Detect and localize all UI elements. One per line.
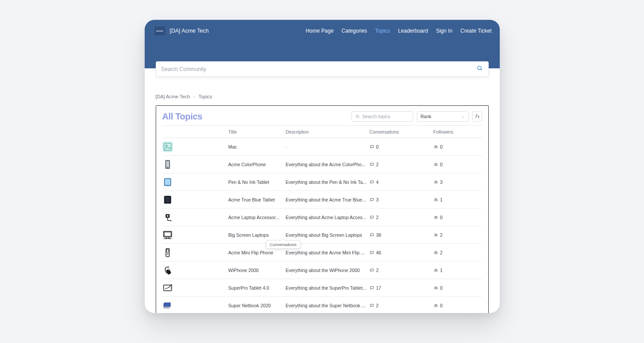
panel-tools: Rank ⌄ <box>352 111 482 122</box>
table-header: Title Description Conversations Follower… <box>162 126 482 138</box>
row-conversations: 2 <box>370 268 434 273</box>
tablet-dark-icon <box>162 194 173 205</box>
main-nav: Home Page Categories Topics Leaderboard … <box>306 28 492 34</box>
svg-point-8 <box>436 145 437 146</box>
breadcrumb-current: Topics <box>198 94 212 99</box>
table-row[interactable]: SuperPro Tablet 4.0Everything about the … <box>162 279 482 297</box>
logo-icon[interactable]: acme <box>154 26 165 35</box>
row-title[interactable]: Acme True Blue Tablet <box>228 197 286 202</box>
row-description: Everything about the SuperPro Tablet... <box>286 285 370 291</box>
row-title[interactable]: SuperPro Tablet 4.0 <box>228 285 286 291</box>
chevron-down-icon: ⌄ <box>461 114 465 119</box>
row-followers: 0 <box>434 162 482 167</box>
search-topics[interactable] <box>352 111 413 122</box>
row-followers: 3 <box>434 179 482 185</box>
table-row[interactable]: Acme True Blue TabletEverything about th… <box>162 191 482 209</box>
table-row[interactable]: Acme Laptop Accessor...Everything about … <box>162 209 482 226</box>
row-description: - <box>286 144 370 149</box>
row-conversations: 2 <box>370 162 434 167</box>
table-row[interactable]: WiPhone 2000Everything about the WiPhone… <box>162 261 482 279</box>
monitor-icon <box>162 230 173 240</box>
row-title[interactable]: Acme ColorPhone <box>228 162 286 167</box>
svg-point-14 <box>436 198 437 199</box>
row-description: Everything about the Pen & No Ink Ta... <box>286 179 370 185</box>
table-body: Mac-00Acme ColorPhoneEverything about th… <box>162 138 482 313</box>
nav-signin[interactable]: Sign In <box>436 28 452 34</box>
accessory-icon <box>162 212 173 223</box>
search-icon <box>356 114 360 119</box>
nav-topics[interactable]: Topics <box>375 28 390 34</box>
svg-point-11 <box>434 181 436 182</box>
sort-select[interactable]: Rank ⌄ <box>417 111 469 122</box>
nav-categories[interactable]: Categories <box>341 28 367 34</box>
svg-point-9 <box>434 163 436 164</box>
wiphone-icon <box>162 265 173 276</box>
breadcrumb-root[interactable]: [DA] Acme Tech <box>156 94 190 99</box>
table-row[interactable]: Acme ColorPhoneEverything about the Acme… <box>162 156 482 173</box>
row-title[interactable]: Acme Laptop Accessor... <box>228 215 286 220</box>
row-conversations: 2 <box>370 303 434 308</box>
row-title[interactable]: Acme Mini Flip Phone <box>228 250 286 255</box>
row-conversations: 17 <box>370 285 434 291</box>
row-followers: 1 <box>434 268 482 273</box>
svg-point-21 <box>434 269 436 270</box>
svg-point-15 <box>434 216 436 217</box>
nav-leaderboard[interactable]: Leaderboard <box>398 28 428 34</box>
row-followers: 0 <box>434 144 482 149</box>
phone-icon <box>162 159 173 170</box>
column-title: Title <box>228 129 286 134</box>
search-topics-input[interactable] <box>362 114 409 119</box>
row-title[interactable]: Mac <box>228 144 286 149</box>
row-title[interactable]: Big Screen Laptops <box>228 232 286 238</box>
searchbar[interactable] <box>156 61 489 77</box>
table-row[interactable]: Acme Mini Flip PhoneEverything about the… <box>162 244 482 261</box>
nav-home[interactable]: Home Page <box>306 28 333 34</box>
svg-point-17 <box>434 234 436 235</box>
row-title[interactable]: WiPhone 2000 <box>228 268 286 273</box>
column-conversations: Conversations <box>370 129 434 134</box>
tooltip: Conversations <box>266 240 301 249</box>
svg-point-24 <box>436 287 437 287</box>
row-followers: 2 <box>434 232 482 238</box>
row-followers: 0 <box>434 215 482 220</box>
column-description: Description <box>286 129 370 134</box>
svg-point-10 <box>436 163 437 164</box>
sort-select-label: Rank <box>421 114 432 119</box>
sort-direction-button[interactable] <box>472 111 482 122</box>
panel-title: All Topics <box>162 112 202 122</box>
svg-point-0 <box>477 66 481 70</box>
row-title[interactable]: Pen & No Ink Tablet <box>228 179 286 185</box>
row-conversations: 38 <box>370 232 434 238</box>
table-row[interactable]: Super Netbook 2020Everything about the S… <box>162 297 482 313</box>
table-row[interactable]: Big Screen LaptopsEverything about Big S… <box>162 226 482 244</box>
svg-point-2 <box>356 115 359 117</box>
row-description: Everything about the Acme ColorPho... <box>286 162 370 167</box>
svg-point-18 <box>436 234 437 235</box>
search-icon[interactable] <box>477 65 483 73</box>
row-description: Everything about Acme Laptop Acces... <box>286 215 370 220</box>
row-conversations: 46 <box>370 250 434 255</box>
header: acme [DA] Acme Tech Home Page Categories… <box>145 20 500 68</box>
svg-point-20 <box>436 251 437 252</box>
svg-point-13 <box>434 198 436 200</box>
row-description: Everything about the Acme Mini Flip ... <box>286 250 370 255</box>
table-row[interactable]: Mac-00 <box>162 138 482 156</box>
content: [DA] Acme Tech › Topics All Topics Rank … <box>145 68 500 313</box>
row-description: Everything about the WiPhone 2000 <box>286 268 370 273</box>
flip-phone-icon <box>162 247 173 258</box>
netbook-icon <box>162 300 173 311</box>
svg-point-12 <box>436 181 437 182</box>
row-title[interactable]: Super Netbook 2020 <box>228 303 286 308</box>
nav-create-ticket[interactable]: Create Ticket <box>461 28 492 34</box>
row-followers: 0 <box>434 303 482 308</box>
topics-panel: All Topics Rank ⌄ <box>156 105 489 313</box>
row-followers: 1 <box>434 197 482 202</box>
panel-header: All Topics Rank ⌄ <box>162 111 482 122</box>
svg-point-16 <box>436 216 437 217</box>
tablet-blue-icon <box>162 177 173 187</box>
app-window: acme [DA] Acme Tech Home Page Categories… <box>145 20 500 313</box>
search-input[interactable] <box>161 66 477 72</box>
site-title[interactable]: [DA] Acme Tech <box>170 28 209 34</box>
table-row[interactable]: Pen & No Ink TabletEverything about the … <box>162 173 482 191</box>
placeholder-icon <box>162 142 173 152</box>
